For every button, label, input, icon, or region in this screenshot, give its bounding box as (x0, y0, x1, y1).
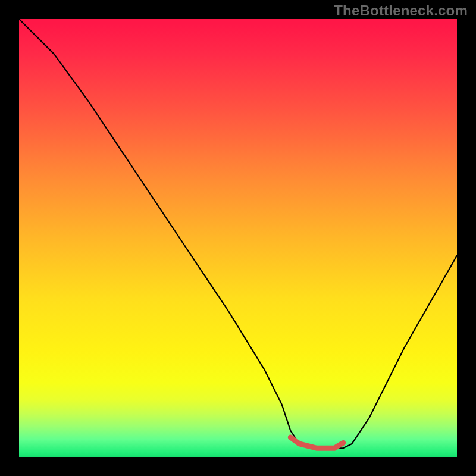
plot-area (19, 19, 457, 457)
watermark-text: TheBottleneck.com (334, 2, 468, 19)
curve-svg (19, 19, 457, 457)
highlight-segment (290, 437, 343, 448)
bottleneck-curve (19, 19, 457, 448)
chart-frame: TheBottleneck.com (0, 0, 476, 476)
